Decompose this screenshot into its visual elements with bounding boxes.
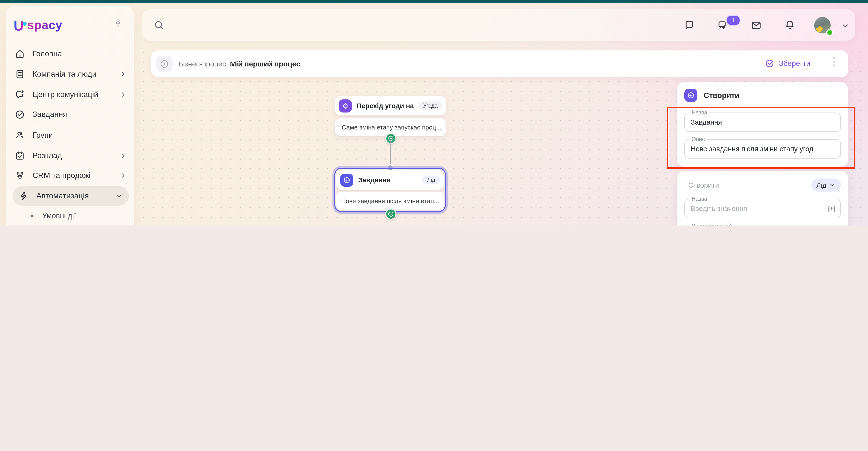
mail-icon[interactable] [750, 20, 762, 32]
action-node-label: Завдання [358, 176, 391, 184]
process-name: Мій перший процес [230, 60, 300, 68]
process-title: Бізнес-процес: Мій перший процес [178, 60, 300, 68]
annotation-red-box [667, 107, 856, 169]
sidebar-item-label: Завдання [32, 110, 67, 119]
sidebar-item-label: Компанія та люди [32, 70, 96, 79]
create-entity-section: Створити Лід [688, 178, 841, 191]
online-status-dot [826, 29, 833, 36]
home-icon [14, 49, 25, 59]
profile-chevron-down-icon[interactable] [841, 22, 849, 30]
plus-circle-icon [684, 89, 698, 102]
uspacy-logo[interactable]: Uspacy [13, 18, 62, 32]
comms-icon [14, 89, 25, 100]
action-node-description[interactable]: Нове завдання після зміни етап... [336, 191, 444, 210]
sidebar-item-label: Розклад [32, 151, 62, 160]
sidebar-subitem-label: Умовні дії [42, 211, 76, 220]
add-step-handle[interactable] [385, 133, 397, 144]
section-divider [724, 185, 806, 185]
sidebar-item-label: Головна [32, 50, 62, 58]
chevron-right-icon [119, 172, 127, 179]
sidebar-item-company[interactable]: Компанія та люди [14, 64, 127, 84]
trigger-node-title[interactable]: Перехід угоди на Угода [335, 96, 446, 115]
sidebar-item-label: Центр комунікацій [32, 90, 98, 99]
check-circle-icon [14, 109, 25, 120]
flow-edge [390, 140, 391, 168]
entity-name-input[interactable]: Назва Введіть значення {+} [684, 199, 841, 218]
action-description-text: Нове завдання після зміни етап... [341, 197, 439, 204]
sidebar-item-schedule[interactable]: Розклад [14, 146, 127, 166]
sidebar-item-groups[interactable]: Групи [14, 126, 127, 145]
top-bar [142, 9, 856, 41]
sidebar-item-home[interactable]: Головна [14, 44, 127, 63]
chevron-down-icon [115, 192, 123, 200]
save-check-icon [765, 59, 774, 68]
plus-circle-icon [340, 173, 353, 186]
pin-sidebar-icon[interactable] [113, 19, 123, 29]
create-card-header: Створити [684, 89, 739, 102]
chevron-right-icon [119, 152, 127, 159]
kebab-menu-icon[interactable] [831, 57, 837, 66]
action-node-title[interactable]: Завдання Лід [336, 170, 444, 190]
target-icon [339, 99, 352, 112]
create-card-title: Створити [704, 91, 739, 100]
save-label: Зберегти [779, 59, 811, 68]
bell-icon[interactable] [784, 19, 796, 31]
users-icon [14, 130, 25, 141]
sidebar-item-label: CRM та продажі [32, 171, 91, 180]
sidebar-subitem-conditional-actions[interactable]: Умовні дії [28, 207, 125, 224]
back-button[interactable] [156, 56, 173, 72]
chat-unread-badge: 1 [726, 15, 741, 26]
entity-pill: Угода [419, 101, 442, 110]
entity-pill: Лід [422, 176, 440, 184]
trigger-node-label: Перехід угоди на [357, 102, 414, 110]
section-label: Створити [688, 181, 719, 189]
sidebar-item-automation[interactable]: Автоматизація [12, 186, 129, 206]
circle-arrow-left-icon [159, 59, 169, 69]
chevron-down-icon [829, 182, 836, 188]
top-accent-strip [0, 0, 868, 3]
calendar-icon [14, 150, 25, 161]
add-step-handle[interactable] [385, 209, 397, 220]
sidebar-item-crm[interactable]: CRM та продажі [14, 166, 127, 185]
sidebar-item-tasks[interactable]: Завдання [14, 105, 127, 124]
trigger-description-text: Саме зміна етапу запускає проц... [342, 124, 441, 131]
logo-u-glyph: U [13, 20, 24, 32]
chevron-right-icon [119, 91, 127, 98]
entity-select-value: Лід [816, 181, 826, 189]
sidebar-item-comms-center[interactable]: Центр комунікацій [14, 85, 127, 104]
logo-text: spacy [27, 18, 63, 32]
logo-dot [23, 22, 27, 26]
app-root: Uspacy Головна Компанія та люди Центр ко… [0, 0, 868, 226]
owner-label: Відповідальний [689, 222, 734, 226]
entity-select[interactable]: Лід [811, 178, 841, 191]
entity-name-label: Назва [689, 196, 710, 202]
entity-name-placeholder: Введіть значення [691, 205, 826, 212]
comments-icon[interactable] [683, 20, 695, 32]
search-icon[interactable] [153, 20, 165, 31]
bolt-icon [19, 190, 29, 201]
sidebar-item-label: Автоматизація [36, 191, 89, 200]
insert-variable-button[interactable]: {+} [828, 205, 836, 212]
funnel-icon [14, 170, 25, 181]
chevron-right-icon [119, 70, 127, 78]
bullet-icon [31, 215, 33, 217]
sidebar-item-label: Групи [32, 131, 53, 140]
save-button[interactable]: Зберегти [765, 59, 811, 68]
building-icon [14, 69, 25, 80]
